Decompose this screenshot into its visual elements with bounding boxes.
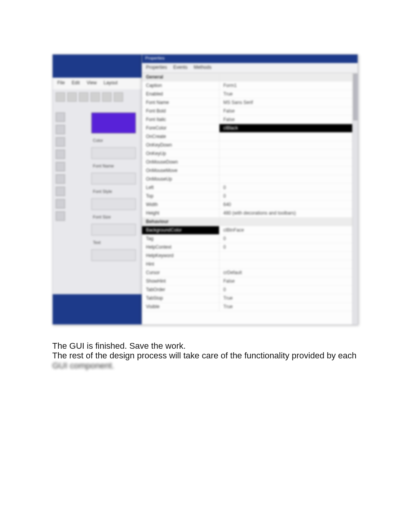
property-value[interactable]: Form1 [219, 82, 358, 90]
property-value[interactable]: 0 [219, 235, 358, 243]
property-row[interactable]: Width640 [142, 201, 358, 209]
property-value[interactable] [219, 252, 358, 260]
property-row[interactable]: OnKeyDown [142, 141, 358, 150]
property-value[interactable] [219, 133, 358, 141]
property-row[interactable]: OnMouseUp [142, 175, 358, 184]
menu-item[interactable]: Edit [72, 80, 80, 87]
property-row[interactable]: TabOrder0 [142, 286, 358, 294]
property-row[interactable]: Height480 (with decorations and toolbars… [142, 209, 358, 218]
toolbar-button[interactable] [67, 92, 77, 102]
property-name: OnMouseUp [142, 175, 219, 183]
property-name: Tag [142, 235, 219, 243]
property-value[interactable]: clBtnFace [219, 226, 358, 234]
inspector-label: Font Name [91, 163, 140, 169]
property-name: Behaviour [142, 218, 219, 226]
palette-tool[interactable] [56, 174, 65, 184]
palette-tool[interactable] [56, 162, 65, 171]
property-row[interactable]: Hint [142, 260, 358, 269]
body-line-2b: GUI component. [52, 361, 114, 370]
palette-tool[interactable] [56, 113, 65, 122]
property-row[interactable]: HelpContext0 [142, 243, 358, 252]
property-value[interactable]: 0 [219, 184, 358, 192]
property-name: OnCreate [142, 133, 219, 141]
ide-toolbar [53, 89, 142, 106]
inspector-field[interactable] [91, 147, 136, 159]
property-row[interactable]: Font NameMS Sans Serif [142, 99, 358, 107]
palette-tool[interactable] [56, 211, 65, 221]
inspector-label: Font Size [91, 214, 140, 220]
property-value[interactable] [219, 150, 358, 158]
property-row[interactable]: Tag0 [142, 235, 358, 243]
property-value[interactable]: MS Sans Serif [219, 99, 358, 107]
property-value[interactable]: 0 [219, 192, 358, 200]
palette-tool[interactable] [56, 125, 65, 134]
property-value[interactable] [219, 158, 358, 166]
menu-item[interactable]: File [57, 80, 65, 87]
ide-menubar: File Edit View Layout [53, 78, 142, 89]
property-value[interactable] [219, 175, 358, 183]
scrollbar-thumb[interactable] [353, 74, 358, 120]
property-row[interactable]: OnMouseDown [142, 158, 358, 167]
properties-scrollbar[interactable] [352, 73, 358, 325]
menu-item[interactable]: Layout [104, 80, 118, 87]
property-value[interactable]: False [219, 277, 358, 285]
property-row[interactable]: HelpKeyword [142, 252, 358, 260]
property-value[interactable]: crDefault [219, 269, 358, 277]
property-row[interactable]: Behaviour [142, 218, 358, 226]
tab-methods[interactable]: Methods [194, 65, 211, 71]
property-row[interactable]: VisibleTrue [142, 303, 358, 311]
property-value[interactable]: False [219, 107, 358, 115]
toolbar-button[interactable] [91, 92, 100, 102]
property-row[interactable]: OnKeyUp [142, 150, 358, 158]
menu-item[interactable]: View [87, 80, 97, 87]
property-row[interactable]: Font BoldFalse [142, 107, 358, 116]
toolbar-button[interactable] [79, 92, 88, 102]
property-name: Hint [142, 260, 219, 268]
inspector-field[interactable] [91, 173, 136, 184]
property-value[interactable] [219, 218, 358, 226]
property-row[interactable]: ShowHintFalse [142, 277, 358, 286]
inspector-field[interactable] [91, 198, 136, 210]
property-row[interactable]: Left0 [142, 184, 358, 192]
property-value[interactable]: 0 [219, 243, 358, 251]
property-row[interactable]: ForeColorclBlack [142, 124, 358, 133]
inspector-label: Text [91, 239, 140, 246]
property-value[interactable]: True [219, 90, 358, 98]
property-row[interactable]: General [142, 73, 358, 82]
property-value[interactable] [219, 167, 358, 175]
color-swatch[interactable] [91, 113, 136, 133]
property-value[interactable]: True [219, 303, 358, 311]
inspector-field[interactable] [91, 249, 136, 261]
toolbar-button[interactable] [102, 92, 111, 102]
property-row[interactable]: TabStopTrue [142, 294, 358, 303]
property-row[interactable]: Top0 [142, 192, 358, 201]
property-row[interactable]: CaptionForm1 [142, 82, 358, 90]
property-value[interactable] [219, 260, 358, 268]
inspector-field[interactable] [91, 224, 136, 235]
palette-tool[interactable] [56, 199, 65, 208]
property-value[interactable] [219, 141, 358, 149]
object-inspector: Color Font Name Font Style Font Size Tex… [91, 113, 140, 261]
palette-tool[interactable] [56, 150, 65, 159]
property-row[interactable]: EnabledTrue [142, 90, 358, 99]
property-value[interactable]: True [219, 294, 358, 302]
toolbar-button[interactable] [56, 92, 65, 102]
property-row[interactable]: BackgroundColorclBtnFace [142, 226, 358, 235]
property-value[interactable]: False [219, 116, 358, 124]
property-row[interactable]: OnCreate [142, 133, 358, 141]
body-line-2: The rest of the design process will take… [52, 351, 358, 360]
property-value[interactable]: 640 [219, 201, 358, 209]
property-value[interactable]: clBlack [219, 124, 358, 132]
tab-events[interactable]: Events [173, 65, 188, 71]
toolbar-button[interactable] [114, 92, 123, 102]
property-row[interactable]: Font ItalicFalse [142, 116, 358, 124]
property-value[interactable]: 480 (with decorations and toolbars) [219, 209, 358, 217]
property-name: Font Italic [142, 116, 219, 124]
property-value[interactable] [219, 73, 358, 81]
palette-tool[interactable] [56, 187, 65, 196]
palette-tool[interactable] [56, 137, 65, 147]
tab-properties[interactable]: Properties [146, 65, 167, 71]
property-row[interactable]: CursorcrDefault [142, 269, 358, 277]
property-row[interactable]: OnMouseMove [142, 167, 358, 175]
property-value[interactable]: 0 [219, 286, 358, 294]
